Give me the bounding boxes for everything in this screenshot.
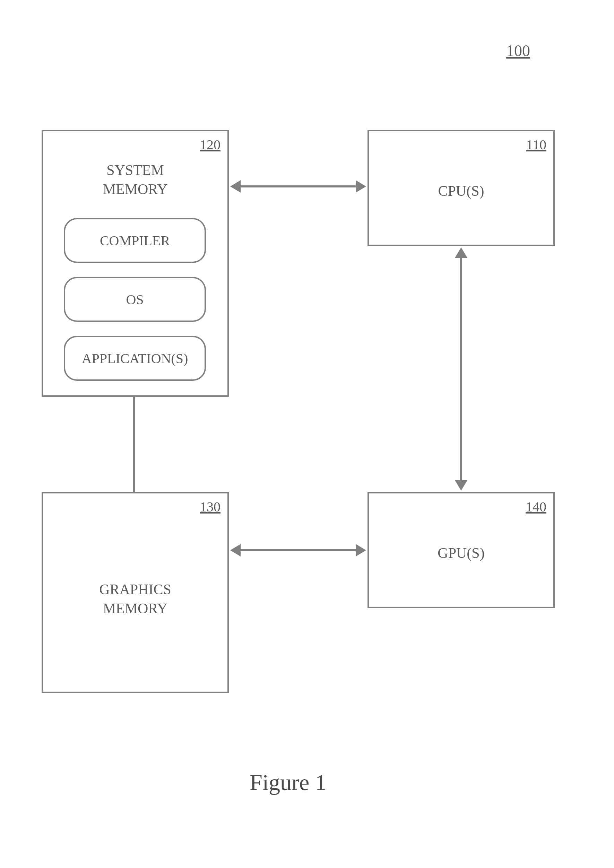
graphics-memory-box: 130 GRAPHICS MEMORY	[42, 492, 229, 693]
system-memory-label: SYSTEM MEMORY	[43, 161, 227, 198]
applications-item: APPLICATION(S)	[64, 336, 206, 381]
arrow-left-sysmem	[230, 180, 241, 193]
gpu-ref: 140	[525, 499, 546, 515]
applications-label: APPLICATION(S)	[82, 350, 188, 367]
system-memory-box: 120 SYSTEM MEMORY COMPILER OS APPLICATIO…	[42, 130, 229, 397]
figure-reference: 100	[506, 42, 530, 60]
graphics-memory-label: GRAPHICS MEMORY	[43, 580, 227, 618]
gpu-box: 140 GPU(S)	[367, 492, 555, 608]
arrow-right-gpu	[356, 544, 366, 556]
gpu-label: GPU(S)	[369, 544, 553, 563]
cpu-box: 110 CPU(S)	[367, 130, 555, 246]
compiler-label: COMPILER	[100, 232, 170, 249]
system-memory-ref: 120	[200, 136, 221, 153]
arrow-left-gfxmem	[230, 544, 241, 556]
arrow-right-cpu	[356, 180, 366, 193]
connector-gfxmem-gpu	[239, 549, 358, 551]
connector-sysmem-gfxmem	[133, 397, 135, 492]
cpu-ref: 110	[526, 136, 546, 153]
compiler-item: COMPILER	[64, 218, 206, 263]
graphics-memory-ref: 130	[200, 499, 221, 515]
connector-cpu-gpu	[460, 256, 462, 482]
arrow-down-gpu	[455, 480, 467, 491]
cpu-label: CPU(S)	[369, 181, 553, 201]
os-item: OS	[64, 277, 206, 322]
connector-sysmem-cpu	[239, 185, 358, 188]
arrow-up-cpu	[455, 247, 467, 258]
figure-caption: Figure 1	[250, 769, 326, 795]
os-label: OS	[126, 291, 143, 308]
